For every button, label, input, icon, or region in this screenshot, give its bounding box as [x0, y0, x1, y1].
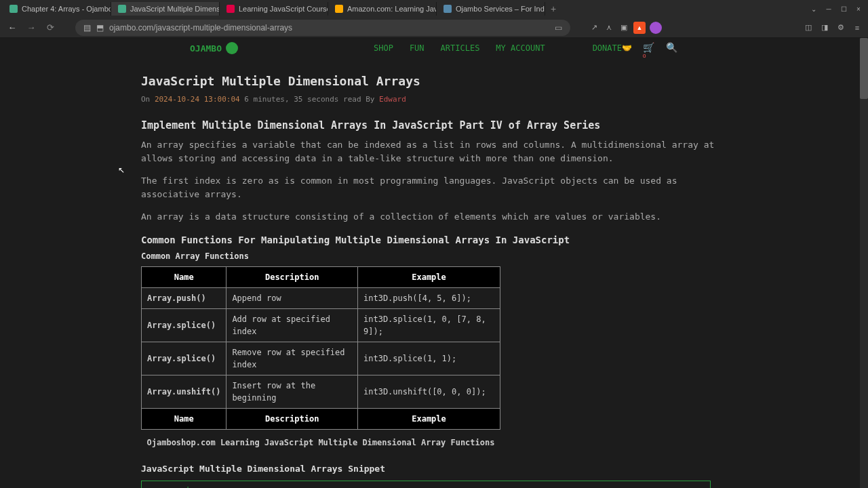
extensions-icon[interactable]: ◨ [819, 22, 830, 33]
tab-favicon [118, 5, 126, 13]
rewards-icon[interactable] [650, 22, 662, 34]
tab-0[interactable]: Chapter 4: Arrays - OjamboSh× [3, 2, 111, 16]
article-body: JavaScript Multiple Dimensional Arrays O… [0, 58, 868, 488]
tf-example: Example [358, 408, 500, 429]
nav-shop[interactable]: SHOP [374, 43, 393, 53]
forward-button[interactable]: → [24, 21, 38, 35]
shields-icon[interactable]: ▲ [633, 22, 646, 34]
reload-button[interactable]: ⟳ [43, 21, 57, 35]
donate-link[interactable]: DONATE🤝 [593, 43, 632, 53]
table-caption: Ojamboshop.com Learning JavaScript Multi… [141, 436, 500, 449]
nav-fun[interactable]: FUN [410, 43, 425, 53]
paragraph: An array specifies a variable that can b… [141, 138, 727, 165]
reader-icon[interactable]: ▤ [83, 23, 91, 33]
nav-account[interactable]: MY ACCOUNT [496, 43, 545, 53]
page-content: OJAMBO SHOP FUN ARTICLES MY ACCOUNT DONA… [0, 38, 868, 488]
table-cell: int3D.unshift([0, 0, 0]); [358, 375, 500, 408]
table-cell: Remove row at specified index [226, 342, 358, 375]
tf-name: Name [142, 408, 226, 429]
address-bar: ← → ⟳ ▤ ⬒ ojambo.com/javascript-multiple… [0, 18, 868, 38]
close-window-button[interactable]: × [852, 4, 865, 14]
article-meta: On 2024-10-24 13:00:04 6 minutes, 35 sec… [141, 94, 727, 106]
tab-1[interactable]: JavaScript Multiple Dimens× [111, 2, 220, 16]
expand-source-button[interactable]: + expand source [141, 481, 711, 488]
search-icon[interactable]: 🔍 [666, 42, 678, 54]
window-controls: ⌄ ─ ☐ × [807, 4, 865, 14]
table-row: Array.splice()Remove row at specified in… [142, 342, 500, 375]
wallet-icon[interactable]: ▣ [618, 22, 629, 33]
settings-icon[interactable]: ⚙ [835, 22, 846, 33]
article-author[interactable]: Edward [379, 95, 406, 104]
minimize-button[interactable]: ─ [822, 4, 835, 14]
table-row: Array.unshift()Insert row at the beginni… [142, 375, 500, 408]
article-title: JavaScript Multiple Dimensional Arrays [141, 72, 727, 90]
table-cell: int3D.splice(1, 1); [358, 342, 500, 375]
cart-icon[interactable]: 🛒0 [643, 42, 655, 54]
menu-icon[interactable]: ≡ [852, 22, 863, 33]
brand[interactable]: OJAMBO [190, 42, 238, 54]
table-cell: Append row [226, 287, 358, 308]
table-cell: Array.push() [142, 287, 226, 308]
back-button[interactable]: ← [5, 21, 19, 35]
th-description: Description [226, 266, 358, 287]
rss-icon[interactable]: ⋏ [604, 22, 614, 33]
scrollbar[interactable] [860, 38, 868, 488]
snippet-heading: JavaScript Multiple Dimensional Arrays S… [141, 462, 727, 476]
new-tab-button[interactable]: + [545, 1, 561, 17]
article-date: 2024-10-24 13:00:04 [155, 95, 240, 104]
bookmark-icon[interactable]: ▭ [555, 23, 562, 33]
paragraph: An array is a data structure consisting … [141, 210, 727, 224]
functions-table: Name Description Example Array.push()App… [141, 266, 500, 430]
table-cell: Insert row at the beginning [226, 375, 358, 408]
tab-favicon [443, 5, 452, 13]
table-cell: Array.unshift() [142, 375, 226, 408]
sidebar-icon[interactable]: ◫ [803, 22, 814, 33]
table-cell: int3D.push([4, 5, 6]); [358, 287, 500, 308]
tab-4[interactable]: Ojambo Services – For Individu [437, 2, 545, 16]
site-nav: OJAMBO SHOP FUN ARTICLES MY ACCOUNT DONA… [0, 38, 868, 58]
brand-logo [226, 42, 238, 54]
tf-description: Description [226, 408, 358, 429]
th-example: Example [358, 266, 500, 287]
table-cell: Array.splice() [142, 342, 226, 375]
maximize-button[interactable]: ☐ [837, 4, 850, 14]
subsection-heading: Common Functions For Manipulating Multip… [141, 233, 727, 247]
table-row: Array.push()Append rowint3D.push([4, 5, … [142, 287, 500, 308]
tab-favicon [335, 5, 343, 13]
table-cell: int3D.splice(1, 0, [7, 8, 9]); [358, 308, 500, 342]
site-info-icon[interactable]: ⬒ [96, 23, 104, 33]
tab-2[interactable]: Learning JavaScript Course - O [220, 2, 328, 16]
tab-3[interactable]: Amazon.com: Learning JavaSc [328, 2, 437, 16]
share-icon[interactable]: ↗ [589, 22, 599, 33]
th-name: Name [142, 266, 226, 287]
scrollthumb[interactable] [860, 38, 868, 99]
url-input[interactable]: ▤ ⬒ ojambo.com/javascript-multiple-dimen… [75, 20, 570, 36]
tab-favicon [226, 5, 235, 13]
paragraph: The first index is zero as is common in … [141, 174, 727, 201]
chevron-down-icon[interactable]: ⌄ [807, 4, 821, 14]
table-row: Array.splice()Add row at specified index… [142, 308, 500, 342]
url-text: ojambo.com/javascript-multiple-dimension… [109, 23, 549, 33]
table-cell: Add row at specified index [226, 308, 358, 342]
section-heading: Implement Multiple Dimensional Arrays In… [141, 118, 727, 134]
tabs-bar: Chapter 4: Arrays - OjamboSh× JavaScript… [0, 0, 868, 18]
table-title: Common Array Functions [141, 250, 727, 262]
tab-favicon [9, 5, 18, 13]
nav-articles[interactable]: ARTICLES [441, 43, 480, 53]
table-cell: Array.splice() [142, 308, 226, 342]
